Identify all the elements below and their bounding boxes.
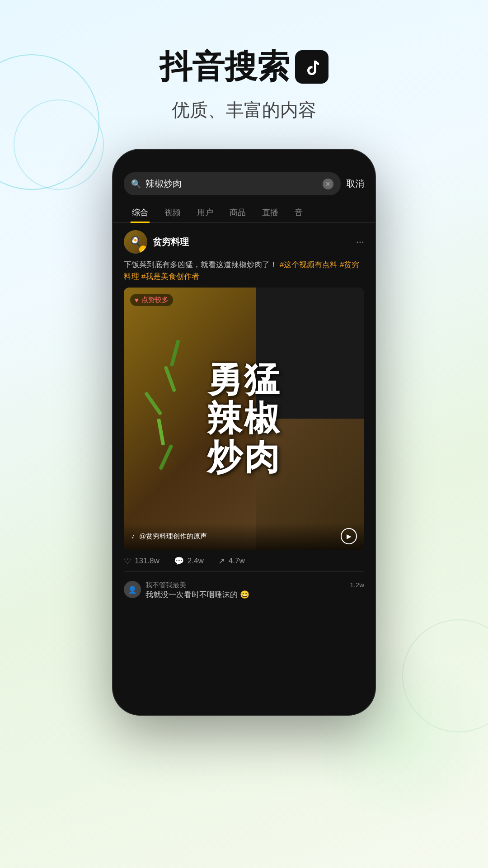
- like-icon: ♡: [124, 556, 131, 566]
- avatar: 🍳 ✓: [124, 230, 147, 254]
- username-label: 贫穷料理: [153, 236, 189, 248]
- tab-comprehensive[interactable]: 综合: [124, 203, 156, 222]
- play-button[interactable]: ▶: [341, 528, 357, 544]
- post-main-text: 下饭菜到底有多凶猛，就看这道辣椒炒肉了！: [124, 260, 277, 269]
- heart-icon: ♥: [135, 296, 139, 304]
- tab-user[interactable]: 用户: [189, 203, 221, 222]
- badge-text: 点赞较多: [141, 296, 169, 304]
- tab-audio[interactable]: 音: [286, 203, 311, 222]
- user-card: 🍳 ✓ 贫穷料理 ···: [124, 230, 364, 254]
- cancel-search-button[interactable]: 取消: [346, 178, 364, 190]
- tab-video[interactable]: 视频: [156, 203, 189, 222]
- comment-item: 👤 我不管我最美 我就没一次看时不咽唾沫的 😄 1.2w: [124, 577, 364, 604]
- phone-notch: [217, 150, 271, 162]
- tab-bar: 综合 视频 用户 商品 直播 音: [113, 203, 375, 223]
- header-section: 抖音搜索 优质、丰富的内容: [0, 0, 488, 123]
- video-badge: ♥ 点赞较多: [130, 294, 173, 306]
- share-count: 4.7w: [229, 557, 245, 566]
- subtitle-text: 优质、丰富的内容: [0, 98, 488, 123]
- clear-search-button[interactable]: ✕: [323, 179, 333, 189]
- comment-username: 我不管我最美: [145, 581, 345, 590]
- tiktok-small-icon: ♪: [131, 532, 135, 540]
- post-text: 下饭菜到底有多凶猛，就看这道辣椒炒肉了！ #这个视频有点料 #贫穷料理 #我是美…: [124, 259, 364, 282]
- comment-content: 我不管我最美 我就没一次看时不咽唾沫的 😄: [145, 581, 345, 600]
- share-icon: ↗: [218, 556, 225, 566]
- content-area: 🍳 ✓ 贫穷料理 ··· 下饭菜到底有多凶猛，就看这道辣椒炒肉了！ #这个视频有…: [113, 223, 375, 611]
- phone-container: 🔍 辣椒炒肉 ✕ 取消 综合 视频 用户 商品: [0, 150, 488, 715]
- video-title-text: 勇猛辣椒炒肉: [207, 360, 281, 476]
- more-options-button[interactable]: ···: [356, 236, 364, 248]
- video-bottom-bar: ♪ @贫穷料理创作的原声 ▶: [124, 523, 364, 550]
- tiktok-logo-icon: [295, 50, 328, 84]
- search-input-wrapper[interactable]: 🔍 辣椒炒肉 ✕: [124, 172, 341, 195]
- comment-section: 👤 我不管我最美 我就没一次看时不咽唾沫的 😄 1.2w: [124, 572, 364, 604]
- audio-label: @贫穷料理创作的原声: [139, 532, 336, 541]
- stat-comments[interactable]: 💬 2.4w: [174, 556, 204, 566]
- main-title-text: 抖音搜索: [160, 45, 290, 89]
- tab-live[interactable]: 直播: [254, 203, 286, 222]
- stat-likes[interactable]: ♡ 131.8w: [124, 556, 160, 566]
- search-query-text: 辣椒炒肉: [145, 178, 318, 190]
- comment-like-count: 1.2w: [350, 581, 364, 589]
- comment-count: 2.4w: [188, 557, 204, 566]
- comment-avatar: 👤: [124, 581, 141, 598]
- stat-shares[interactable]: ↗ 4.7w: [218, 556, 245, 566]
- verified-badge: ✓: [139, 245, 147, 254]
- search-icon: 🔍: [131, 179, 141, 189]
- stats-bar: ♡ 131.8w 💬 2.4w ↗ 4.7w: [124, 550, 364, 572]
- phone-screen: 🔍 辣椒炒肉 ✕ 取消 综合 视频 用户 商品: [113, 150, 375, 715]
- video-card[interactable]: ♥ 点赞较多: [124, 288, 364, 550]
- video-overlay: 勇猛辣椒炒肉: [124, 288, 364, 550]
- like-count: 131.8w: [135, 557, 160, 566]
- phone-mockup: 🔍 辣椒炒肉 ✕ 取消 综合 视频 用户 商品: [113, 150, 375, 715]
- tab-product[interactable]: 商品: [221, 203, 254, 222]
- main-title-container: 抖音搜索: [0, 45, 488, 89]
- comment-icon: 💬: [174, 556, 184, 566]
- comment-text: 我就没一次看时不咽唾沫的 😄: [145, 590, 345, 600]
